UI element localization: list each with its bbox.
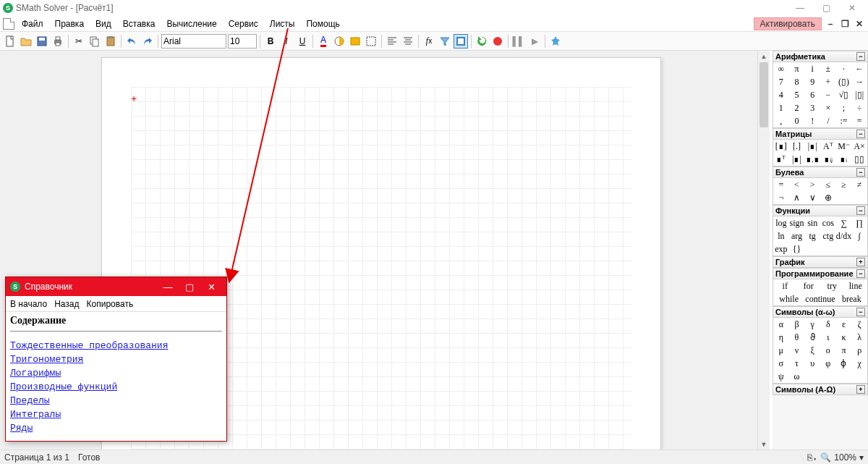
- menu-service[interactable]: Сервис: [223, 17, 264, 30]
- expand-icon[interactable]: +: [856, 258, 865, 266]
- palette-cell[interactable]: ∑: [836, 216, 852, 229]
- help-toc-link[interactable]: Ряды: [10, 423, 33, 434]
- palette-cell[interactable]: ∙: [836, 62, 852, 75]
- palette-cell[interactable]: ∨: [804, 191, 820, 204]
- palette-cell[interactable]: ι: [820, 331, 836, 344]
- border-icon[interactable]: [364, 34, 378, 48]
- palette-cell[interactable]: ∎.∎: [804, 153, 820, 166]
- panel-func-head[interactable]: Функции−: [773, 205, 868, 216]
- palette-cell[interactable]: μ: [773, 344, 789, 357]
- palette-cell[interactable]: [836, 370, 852, 383]
- palette-cell[interactable]: ≤: [820, 178, 836, 191]
- palette-cell[interactable]: ▯▯: [851, 153, 867, 166]
- plugin-icon[interactable]: [548, 34, 563, 48]
- palette-cell[interactable]: α: [773, 318, 789, 331]
- palette-cell[interactable]: ο: [820, 344, 836, 357]
- stop-icon[interactable]: [490, 34, 505, 48]
- palette-cell[interactable]: φ: [820, 357, 836, 370]
- palette-cell[interactable]: [804, 370, 820, 383]
- palette-cell[interactable]: i: [804, 62, 820, 75]
- palette-cell[interactable]: ζ: [851, 318, 867, 331]
- palette-cell[interactable]: {}: [789, 242, 805, 256]
- palette-cell[interactable]: ∫: [851, 229, 867, 242]
- expand-icon[interactable]: +: [856, 385, 865, 394]
- copy-icon[interactable]: [88, 34, 102, 48]
- recalc-icon[interactable]: [475, 34, 489, 48]
- palette-cell[interactable]: ≠: [851, 178, 867, 191]
- palette-cell[interactable]: +: [820, 75, 836, 88]
- palette-cell[interactable]: ϑ: [804, 331, 820, 344]
- help-close-button[interactable]: ✕: [200, 277, 222, 296]
- palette-cell[interactable]: if: [773, 279, 797, 292]
- palette-cell[interactable]: <: [789, 178, 805, 191]
- collapse-icon[interactable]: −: [856, 130, 865, 138]
- palette-cell[interactable]: [820, 370, 836, 383]
- open-file-icon[interactable]: [19, 34, 33, 48]
- new-document-icon[interactable]: [3, 18, 14, 30]
- help-maximize-button[interactable]: ▢: [179, 277, 200, 296]
- palette-cell[interactable]: ν: [789, 344, 805, 357]
- palette-cell[interactable]: ∞: [773, 62, 789, 75]
- underline-icon[interactable]: U: [295, 34, 310, 48]
- palette-cell[interactable]: =: [773, 178, 789, 191]
- help-toc-link[interactable]: Производные функций: [10, 381, 117, 392]
- palette-cell[interactable]: ∧: [789, 191, 805, 204]
- help-menu-copy[interactable]: Копировать: [87, 299, 134, 309]
- palette-cell[interactable]: ±: [820, 62, 836, 75]
- palette-cell[interactable]: [.]: [789, 140, 805, 153]
- palette-cell[interactable]: ∎ᵢ: [836, 153, 852, 166]
- help-menu-home[interactable]: В начало: [10, 299, 47, 309]
- scroll-up-icon[interactable]: ▲: [758, 51, 770, 62]
- palette-cell[interactable]: log: [773, 216, 789, 229]
- palette-cell[interactable]: M⁻: [836, 140, 852, 153]
- palette-cell[interactable]: σ: [773, 357, 789, 370]
- help-minimize-button[interactable]: —: [157, 277, 179, 296]
- help-toc-link[interactable]: Тригонометрия: [10, 354, 83, 365]
- filter-icon[interactable]: [438, 34, 452, 48]
- palette-cell[interactable]: ⊕: [820, 191, 836, 204]
- palette-cell[interactable]: d/dx: [836, 229, 852, 242]
- palette-cell[interactable]: 9: [804, 75, 820, 88]
- palette-cell[interactable]: for: [797, 279, 821, 292]
- panel-prog-head[interactable]: Программирование−: [773, 268, 868, 279]
- paste-icon[interactable]: [103, 34, 118, 48]
- palette-cell[interactable]: A×: [851, 140, 867, 153]
- menu-view[interactable]: Вид: [90, 17, 117, 30]
- palette-cell[interactable]: [851, 242, 867, 256]
- menu-insert[interactable]: Вставка: [117, 17, 161, 30]
- menu-help[interactable]: Помощь: [300, 17, 345, 30]
- help-toc-link[interactable]: Пределы: [10, 395, 50, 406]
- menu-sheets[interactable]: Листы: [264, 17, 301, 30]
- palette-cell[interactable]: −: [820, 88, 836, 101]
- pause-icon[interactable]: ▌▌: [511, 34, 526, 48]
- palette-cell[interactable]: [851, 370, 867, 383]
- redo-icon[interactable]: [140, 34, 155, 48]
- collapse-icon[interactable]: −: [856, 308, 865, 316]
- palette-cell[interactable]: ≥: [836, 178, 852, 191]
- palette-cell[interactable]: →: [851, 75, 867, 88]
- palette-cell[interactable]: 0: [789, 114, 805, 127]
- palette-cell[interactable]: |∎|: [789, 153, 805, 166]
- workspace-scrollbar[interactable]: ▲ ▼: [757, 51, 770, 450]
- panel-greek-lower-head[interactable]: Символы (α-ω)−: [773, 306, 868, 318]
- palette-cell[interactable]: ϕ: [836, 357, 852, 370]
- palette-cell[interactable]: λ: [851, 331, 867, 344]
- panel-matrix-head[interactable]: Матрицы−: [773, 128, 868, 140]
- palette-cell[interactable]: tg: [804, 229, 820, 242]
- palette-cell[interactable]: η: [773, 331, 789, 344]
- palette-cell[interactable]: υ: [804, 357, 820, 370]
- palette-cell[interactable]: θ: [789, 331, 805, 344]
- palette-cell[interactable]: √▯: [836, 88, 852, 101]
- collapse-icon[interactable]: −: [856, 168, 865, 177]
- palette-cell[interactable]: [836, 191, 852, 204]
- panel-greek-upper-head[interactable]: Символы (Α-Ω)+: [773, 384, 868, 395]
- palette-cell[interactable]: π: [789, 62, 805, 75]
- palette-cell[interactable]: 6: [804, 88, 820, 101]
- palette-cell[interactable]: χ: [851, 357, 867, 370]
- palette-cell[interactable]: (▯): [836, 75, 852, 88]
- palette-cell[interactable]: [820, 242, 836, 256]
- palette-cell[interactable]: [836, 242, 852, 256]
- font-color-icon[interactable]: A: [316, 34, 331, 48]
- palette-cell[interactable]: [∎]: [773, 140, 789, 153]
- bg-color-icon[interactable]: [332, 34, 346, 48]
